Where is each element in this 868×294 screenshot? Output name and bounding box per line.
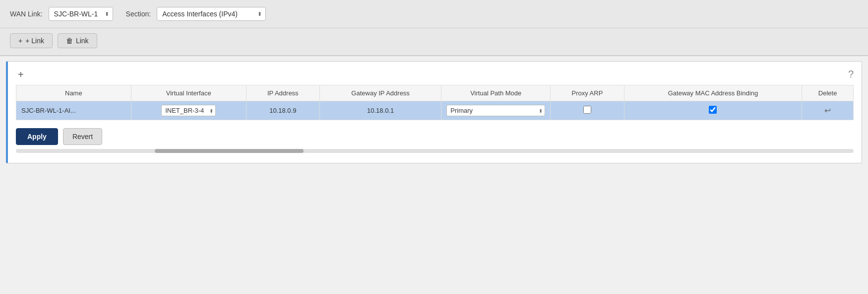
table-header-row: Name Virtual Interface IP Address Gatewa… bbox=[16, 85, 854, 101]
virtual-path-mode-select[interactable]: Primary Secondary bbox=[446, 105, 545, 116]
revert-row-icon[interactable]: ↩ bbox=[824, 106, 831, 115]
wan-link-select[interactable]: SJC-BR-WL-1 bbox=[49, 7, 113, 21]
cell-gateway-ip: 10.18.0.1 bbox=[319, 101, 441, 120]
horizontal-scrollbar[interactable] bbox=[16, 149, 854, 153]
virtual-interface-select[interactable]: INET_BR-3-4 bbox=[161, 105, 216, 116]
top-bar: WAN Link: SJC-BR-WL-1 Section: Access In… bbox=[0, 0, 868, 28]
col-gateway-ip: Gateway IP Address bbox=[319, 85, 441, 101]
add-icon: + bbox=[18, 37, 22, 45]
cell-gateway-mac-binding[interactable] bbox=[624, 101, 802, 120]
panel-toolbar: + ? bbox=[16, 69, 854, 80]
vpmode-select-wrapper[interactable]: Primary Secondary bbox=[446, 105, 545, 116]
table-row: SJC-BR-WL-1-AI... INET_BR-3-4 10.18.0.9 … bbox=[16, 101, 854, 120]
iface-select-wrapper[interactable]: INET_BR-3-4 bbox=[161, 105, 216, 116]
revert-button[interactable]: Revert bbox=[63, 128, 102, 145]
add-link-button[interactable]: + + Link bbox=[10, 33, 53, 48]
section-select-wrapper[interactable]: Access Interfaces (IPv4) bbox=[157, 7, 266, 21]
col-ip-address: IP Address bbox=[246, 85, 319, 101]
access-interfaces-table: Name Virtual Interface IP Address Gatewa… bbox=[16, 85, 854, 120]
proxy-arp-checkbox[interactable] bbox=[583, 106, 591, 114]
cell-proxy-arp[interactable] bbox=[551, 101, 624, 120]
delete-link-label: Link bbox=[76, 37, 89, 45]
wan-link-select-wrapper[interactable]: SJC-BR-WL-1 bbox=[49, 7, 113, 21]
cell-delete[interactable]: ↩ bbox=[802, 101, 854, 120]
col-proxy-arp: Proxy ARP bbox=[551, 85, 624, 101]
section-select[interactable]: Access Interfaces (IPv4) bbox=[157, 7, 266, 21]
wan-link-label: WAN Link: bbox=[10, 10, 43, 18]
cell-virtual-path-mode[interactable]: Primary Secondary bbox=[441, 101, 551, 120]
cell-name: SJC-BR-WL-1-AI... bbox=[16, 101, 131, 120]
section-label: Section: bbox=[126, 10, 151, 18]
help-button[interactable]: ? bbox=[848, 69, 854, 80]
main-panel: + ? Name Virtual Interface IP Address Ga… bbox=[6, 61, 862, 163]
cell-ip-address: 10.18.0.9 bbox=[246, 101, 319, 120]
gateway-mac-binding-checkbox[interactable] bbox=[709, 106, 717, 114]
trash-icon: 🗑 bbox=[66, 37, 73, 45]
add-link-label: + Link bbox=[25, 37, 44, 45]
add-row-button[interactable]: + bbox=[16, 70, 26, 79]
apply-button[interactable]: Apply bbox=[16, 128, 58, 145]
button-bar: + + Link 🗑 Link bbox=[0, 28, 868, 56]
delete-link-button[interactable]: 🗑 Link bbox=[58, 33, 97, 48]
col-delete: Delete bbox=[802, 85, 854, 101]
col-gateway-mac-binding: Gateway MAC Address Binding bbox=[624, 85, 802, 101]
action-bar: Apply Revert bbox=[16, 128, 854, 145]
col-virtual-interface: Virtual Interface bbox=[131, 85, 246, 101]
col-name: Name bbox=[16, 85, 131, 101]
cell-virtual-interface[interactable]: INET_BR-3-4 bbox=[131, 101, 246, 120]
col-virtual-path-mode: Virtual Path Mode bbox=[441, 85, 551, 101]
scrollbar-thumb[interactable] bbox=[155, 149, 304, 153]
